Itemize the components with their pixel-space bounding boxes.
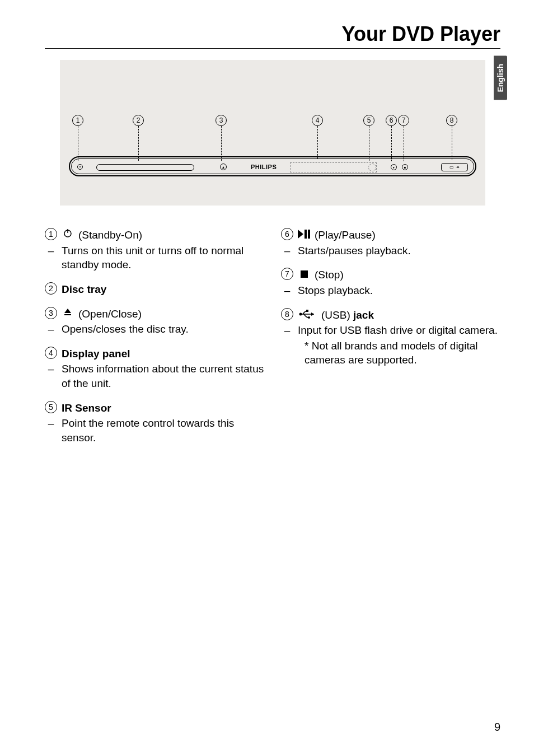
diag-display-panel xyxy=(290,162,377,172)
stop-icon xyxy=(298,268,310,280)
circled-number: 1 xyxy=(45,228,57,240)
item-6: 6 (Play/Pause) – Starts/pauses playback. xyxy=(281,228,500,258)
svg-rect-5 xyxy=(305,230,307,239)
item-desc: Input for USB flash drive or digital cam… xyxy=(298,323,500,338)
callout-8: 8 xyxy=(446,115,457,126)
svg-rect-10 xyxy=(306,310,308,312)
diag-ir-sensor xyxy=(368,164,376,171)
item-label: (Play/Pause) xyxy=(315,228,376,242)
device-outline: ▲ PHILIPS ▸ ■ ▭ ↠ xyxy=(69,156,476,176)
circled-number: 2 xyxy=(45,282,57,295)
circled-number: 4 xyxy=(45,347,57,359)
brand-logo: PHILIPS xyxy=(251,164,277,170)
diag-disc-tray xyxy=(96,164,194,171)
item-5: 5 IR Sensor – Point the remote control t… xyxy=(45,401,264,445)
svg-rect-3 xyxy=(64,314,71,315)
language-tab: English xyxy=(494,56,507,100)
play-pause-icon xyxy=(298,228,310,240)
left-column: 1 (Standby-On) – Turns on this unit or t… xyxy=(45,228,264,455)
power-icon xyxy=(62,228,74,241)
callout-5: 5 xyxy=(363,115,374,126)
svg-point-9 xyxy=(299,312,302,315)
diag-stop-button: ■ xyxy=(402,164,408,170)
page-title: Your DVD Player xyxy=(45,22,500,46)
svg-marker-8 xyxy=(311,312,314,316)
item-3: 3 (Open/Close) – Opens/closes the disc t… xyxy=(45,307,264,337)
item-label: (Stop) xyxy=(315,268,344,282)
description-columns: 1 (Standby-On) – Turns on this unit or t… xyxy=(45,228,500,455)
svg-point-11 xyxy=(308,316,310,319)
item-1: 1 (Standby-On) – Turns on this unit or t… xyxy=(45,228,264,272)
page-number: 9 xyxy=(494,721,500,734)
circled-number: 6 xyxy=(281,228,293,240)
device-diagram: 1 2 3 4 5 6 7 8 ▲ PHILIPS ▸ ■ ▭ ↠ xyxy=(60,60,485,206)
svg-rect-6 xyxy=(308,230,310,239)
usb-icon xyxy=(298,308,317,320)
item-4: 4 Display panel – Shows information abou… xyxy=(45,347,264,391)
item-desc: Shows information about the current stat… xyxy=(62,362,264,390)
item-label: Display panel xyxy=(62,348,130,360)
item-label: IR Sensor xyxy=(62,402,111,414)
item-7: 7 (Stop) – Stops playback. xyxy=(281,268,500,297)
diag-play-pause-button: ▸ xyxy=(391,164,397,170)
item-note: * Not all brands and models of digital c… xyxy=(281,339,500,367)
header: Your DVD Player xyxy=(45,22,500,49)
callout-7: 7 xyxy=(398,115,409,126)
eject-icon xyxy=(62,307,74,319)
item-8: 8 (USB) jack xyxy=(281,308,500,368)
item-label: Disc tray xyxy=(62,283,106,295)
callout-4: 4 xyxy=(312,115,323,126)
callout-3: 3 xyxy=(216,115,227,126)
diag-usb-jack: ▭ ↠ xyxy=(441,163,468,171)
callout-1: 1 xyxy=(72,115,83,126)
item-label: (Standby-On) xyxy=(78,228,142,242)
svg-marker-4 xyxy=(298,230,303,239)
item-desc: Starts/pauses playback. xyxy=(298,244,500,258)
callout-2: 2 xyxy=(133,115,144,126)
callout-6: 6 xyxy=(386,115,397,126)
item-desc: Turns on this unit or turns off to norma… xyxy=(62,244,264,272)
item-2: 2 Disc tray xyxy=(45,282,264,297)
diag-standby-button xyxy=(77,164,83,170)
diag-eject-button: ▲ xyxy=(220,164,227,170)
circled-number: 5 xyxy=(45,401,57,413)
circled-number: 7 xyxy=(281,268,293,280)
item-label: (Open/Close) xyxy=(78,307,142,321)
circled-number: 3 xyxy=(45,307,57,319)
right-column: 6 (Play/Pause) – Starts/pauses playback. xyxy=(281,228,500,455)
item-desc: Point the remote control towards this se… xyxy=(62,416,264,445)
item-label: (USB) jack xyxy=(321,308,374,323)
item-desc: Opens/closes the disc tray. xyxy=(62,322,264,337)
item-desc: Stops playback. xyxy=(298,283,500,298)
circled-number: 8 xyxy=(281,308,293,320)
svg-marker-2 xyxy=(64,309,71,313)
